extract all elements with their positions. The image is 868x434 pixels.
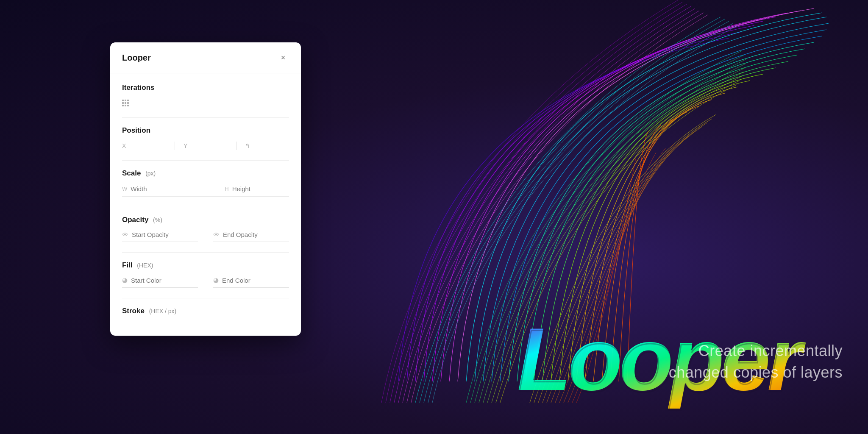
- divider-4: [122, 252, 289, 253]
- opacity-label: Opacity (%): [122, 216, 289, 224]
- iterations-label: Iterations: [122, 83, 289, 92]
- scale-row: W H: [122, 184, 289, 197]
- opacity-row: 👁 👁: [122, 231, 289, 242]
- width-label: W: [122, 186, 127, 192]
- position-angle-input[interactable]: 1,5: [253, 142, 275, 150]
- width-input[interactable]: [131, 185, 211, 192]
- divider-3: [122, 207, 289, 207]
- opacity-sub-label: (%): [153, 217, 162, 223]
- start-color-group: ◕: [122, 276, 198, 288]
- end-opacity-input[interactable]: [223, 231, 289, 238]
- fill-section: Fill (HEX) ◕ ◕: [122, 261, 289, 288]
- position-y-group: Y -1,5: [184, 142, 228, 150]
- divider-2: [122, 160, 289, 161]
- start-opacity-group: 👁: [122, 231, 198, 242]
- tagline: Create incrementally changed copies of l…: [669, 340, 843, 383]
- fill-icon-start: ◕: [122, 276, 128, 284]
- height-label: H: [225, 186, 228, 192]
- start-color-input[interactable]: [131, 277, 198, 284]
- position-label: Position: [122, 126, 289, 135]
- scale-label: Scale (px): [122, 169, 289, 178]
- end-color-group: ◕: [213, 276, 289, 288]
- scale-width-group: W: [122, 185, 211, 196]
- position-angle-group: ↰ 1,5: [245, 142, 289, 150]
- panel-body: Iterations 100 Position: [110, 73, 301, 336]
- opacity-section: Opacity (%) 👁 👁: [122, 216, 289, 242]
- position-x-group: X 1,5: [122, 142, 166, 150]
- scale-sub-label: (px): [145, 170, 156, 177]
- scale-height-group: H: [225, 185, 301, 196]
- y-label: Y: [184, 142, 189, 149]
- iterations-input[interactable]: 100: [133, 99, 223, 107]
- start-opacity-input[interactable]: [132, 231, 198, 238]
- eye-icon-start: 👁: [122, 231, 128, 238]
- end-color-input[interactable]: [222, 277, 289, 284]
- close-button[interactable]: ×: [277, 52, 289, 64]
- fill-icon-end: ◕: [213, 276, 219, 284]
- position-row: X 1,5 Y -1,5 ↰ 1,5: [122, 142, 289, 150]
- height-input[interactable]: [232, 185, 301, 192]
- divider-1: [122, 117, 289, 118]
- position-y-input[interactable]: -1,5: [193, 142, 218, 150]
- x-label: X: [122, 142, 128, 149]
- position-section: Position X 1,5 Y -1,5 ↰ 1,5: [122, 126, 289, 150]
- position-divider-1: [175, 142, 175, 150]
- position-x-input[interactable]: 1,5: [131, 142, 157, 150]
- stroke-label: Stroke (HEX / px): [122, 307, 289, 315]
- fill-sub-label: (HEX): [137, 262, 153, 269]
- iterations-section: Iterations 100: [122, 83, 289, 107]
- stroke-section: Stroke (HEX / px): [122, 307, 289, 315]
- panel-title: Looper: [122, 53, 151, 63]
- position-divider-2: [236, 142, 236, 150]
- eye-icon-end: 👁: [213, 231, 220, 238]
- grid-icon: [122, 100, 129, 106]
- stroke-sub-label: (HEX / px): [149, 308, 177, 314]
- angle-icon: ↰: [245, 142, 250, 149]
- iterations-row: 100: [122, 99, 289, 107]
- looper-panel: Looper × Iterations 100: [110, 42, 301, 336]
- scale-section: Scale (px) W H: [122, 169, 289, 197]
- divider-5: [122, 298, 289, 298]
- end-opacity-group: 👁: [213, 231, 289, 242]
- tagline-line1: Create incrementally: [669, 340, 843, 362]
- fill-label: Fill (HEX): [122, 261, 289, 270]
- fill-row: ◕ ◕: [122, 276, 289, 288]
- panel-header: Looper ×: [110, 42, 301, 73]
- tagline-line2: changed copies of layers: [669, 362, 843, 383]
